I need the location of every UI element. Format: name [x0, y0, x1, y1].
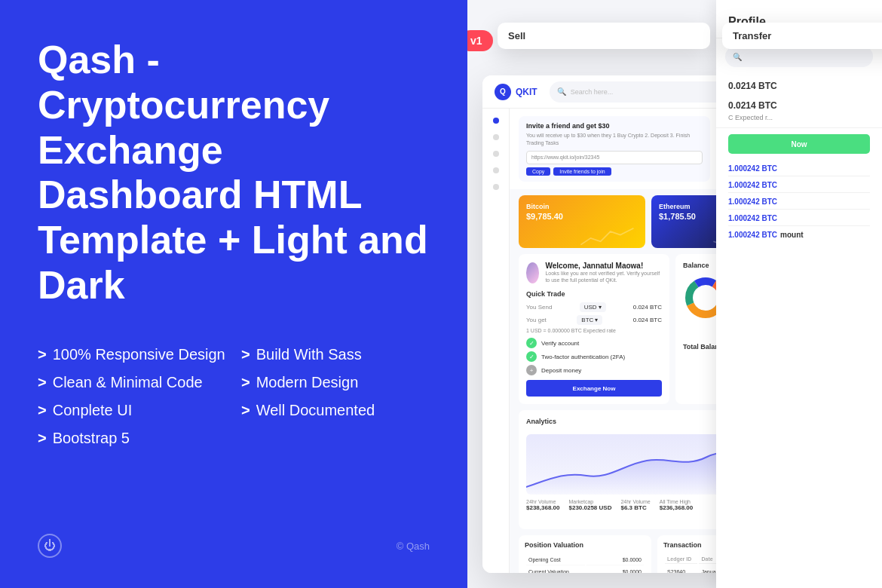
left-panel: Qash - Cryptocurrency Exchange Dashboard…	[0, 0, 467, 588]
check-icon-2: ✓	[526, 351, 537, 362]
copy-btn[interactable]: Copy	[526, 167, 550, 176]
user-avatar-qt	[526, 262, 539, 283]
arrow-icon: >	[241, 374, 250, 391]
feature-complete-ui: > Conplete UI	[38, 402, 226, 419]
left-bottom: ⏻ © Qash	[38, 534, 430, 558]
sidebar-item-user[interactable]	[493, 184, 499, 190]
btc-info-2: 0.0214 BTC C Expected r...	[716, 97, 882, 128]
feature-bootstrap: > Bootstrap 5	[38, 430, 226, 447]
logo-circle: Q	[495, 84, 511, 100]
sidebar-item-settings[interactable]	[493, 167, 499, 173]
promo-link: https://www.qkit.io/join/32345	[526, 151, 703, 164]
profile-search[interactable]: 🔍	[725, 46, 873, 67]
table-row: Opening Cost $0.0000	[526, 555, 644, 565]
stat-24hr-volume: 24hr Volume $238,368.00	[526, 499, 560, 511]
verify-row: ✓ Verify account	[526, 338, 662, 348]
transfer-title: Transfer	[733, 30, 882, 41]
btc-chart	[569, 222, 645, 248]
deposit-row: + Deposit money	[526, 365, 662, 375]
arrow-icon: >	[38, 402, 47, 419]
btc-info-panel: 0.0214 BTC	[716, 75, 882, 97]
sell-title: Sell	[508, 30, 700, 41]
arrow-icon: >	[38, 374, 47, 391]
twofa-row: ✓ Two-factor authentication (2FA)	[526, 351, 662, 362]
arrow-icon: >	[241, 346, 250, 363]
mount-row: 1.000242 BTC mount	[728, 231, 870, 239]
arrow-icon: >	[38, 346, 47, 363]
power-icon: ⏻	[44, 539, 56, 553]
sidebar-item-chart[interactable]	[493, 134, 499, 140]
table-row: Current Valuation $0.0000	[526, 567, 644, 573]
check-icon: ✓	[526, 338, 537, 348]
transfer-card: Transfer	[722, 23, 882, 49]
feature-build-sass: > Build With Sass	[241, 346, 430, 363]
now-button[interactable]: Now	[728, 134, 870, 154]
position-table: Opening Cost $0.0000 Current Valuation $…	[525, 553, 645, 573]
features-grid: > 100% Responsive Design > Build With Sa…	[38, 346, 430, 447]
main-title: Qash - Cryptocurrency Exchange Dashboard…	[38, 38, 430, 308]
logo: Q QKIT	[495, 84, 537, 100]
profile-panel: Profile 🔍 0.0214 BTC 0.0214 BTC C Expect…	[716, 0, 882, 588]
promo-invite: Invite a friend and get $30 You will rec…	[519, 116, 710, 182]
dash-sidebar	[482, 109, 510, 573]
qt-send-row: You Send USD ▾ 0.024 BTC	[526, 302, 662, 312]
btc-card: Bitcoin $9,785.40	[519, 195, 645, 248]
right-panel: v1 Sell Transfer Q QKIT 🔍 Search here...…	[467, 0, 882, 588]
exchange-btn[interactable]: Exchange Now	[526, 380, 662, 397]
sidebar-item-wallet[interactable]	[493, 151, 499, 157]
send-currency-select[interactable]: USD ▾	[580, 302, 606, 312]
stat-marketcap: Marketcap $230.0258 USD	[569, 499, 612, 511]
qt-header: Welcome, Jannatul Maowa! Looks like you …	[526, 262, 662, 285]
search-icon-profile: 🔍	[733, 53, 742, 61]
arrow-icon: >	[38, 430, 47, 447]
invite-btn[interactable]: Invite friends to join	[553, 167, 611, 176]
feature-modern: > Modern Design	[241, 374, 430, 391]
feature-clean-code: > Clean & Minimal Code	[38, 374, 226, 391]
feature-documented: > Well Documented	[241, 402, 430, 419]
get-currency-select[interactable]: BTC ▾	[577, 315, 602, 325]
stat-all-time-high: All Time High $236,368.00	[660, 499, 694, 511]
sidebar-item-home[interactable]	[493, 118, 499, 124]
quick-trade-card: Welcome, Jannatul Maowa! Looks like you …	[519, 254, 669, 405]
feature-responsive: > 100% Responsive Design	[38, 346, 226, 363]
search-icon: 🔍	[557, 87, 566, 96]
qt-get-row: You get BTC ▾ 0.024 BTC	[526, 315, 662, 325]
position-card: Position Valuation Opening Cost $0.0000 …	[519, 535, 651, 573]
version-badge: v1	[467, 30, 493, 51]
power-button[interactable]: ⏻	[38, 534, 62, 558]
arrow-icon: >	[241, 402, 250, 419]
btc-value-list: 1.000242 BTC 1.000242 BTC 1.000242 BTC 1…	[716, 160, 882, 243]
stat-btc-volume: 24hr Volume $6.3 BTC	[620, 499, 650, 511]
check-icon-3: +	[526, 365, 537, 375]
sell-card: Sell	[498, 23, 710, 49]
brand-label: © Qash	[397, 541, 430, 552]
